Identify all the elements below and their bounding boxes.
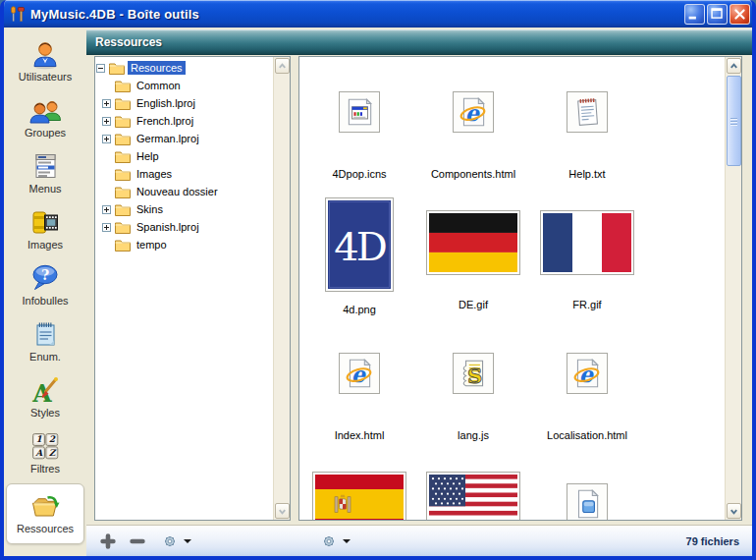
file-item-lang-js[interactable]: Slang.js [416,328,530,459]
tree-item-label: English.lproj [134,96,198,110]
sidebar-item-infobulles[interactable]: ?Infobulles [6,259,84,315]
file-item-help-txt[interactable]: Help.txt [530,67,644,197]
scrollbar-thumb[interactable] [727,76,741,166]
tree-item-label: German.lproj [134,132,202,145]
html-icon: e [567,353,608,394]
expand-icon[interactable] [102,117,115,126]
expand-icon[interactable] [102,205,115,214]
tree-item-tempo[interactable]: tempo [95,236,272,253]
file-count-label: 79 fichiers [686,535,739,547]
flagde-icon [426,210,520,275]
collapse-icon[interactable] [96,64,109,73]
tree-item-resources[interactable]: Resources [95,59,272,77]
scroll-up-button[interactable] [727,58,741,74]
tree-scrollbar[interactable] [273,57,290,520]
chevron-down-icon [277,506,288,517]
file-item-4dpop-icns[interactable]: 4Dpop.icns [302,67,416,197]
tree-item-english-lproj[interactable]: English.lproj [95,94,272,112]
sidebar-item-label: Ressources [17,523,74,534]
svg-text:e: e [465,100,481,126]
sidebar-item-enum[interactable]: Enum. [6,315,84,371]
file-item-fr-gif[interactable]: FR.gif [530,197,644,328]
file-item-localisation-html[interactable]: eLocalisation.html [530,328,644,459]
tree-item-label: Skins [134,202,166,216]
tree-item-french-lproj[interactable]: French.lproj [95,112,272,130]
tree-item-help[interactable]: Help [95,147,272,165]
file-item-components-html[interactable]: eComponents.html [416,67,530,197]
sidebar-item-label: Menus [28,183,61,195]
sidebar-item-menus[interactable]: Menus [6,147,84,203]
close-button[interactable] [729,4,750,25]
svg-text:2: 2 [49,434,56,444]
expand-icon[interactable] [102,99,115,108]
minimize-button[interactable] [684,4,705,25]
svg-text:4D: 4D [334,224,386,268]
expand-icon[interactable] [102,223,115,232]
file-name-label: lang.js [458,429,489,445]
tree-item-label: Images [134,167,175,181]
file-item[interactable] [530,459,644,520]
tree-item-images[interactable]: Images [95,165,272,183]
file-item-de-gif[interactable]: DE.gif [416,197,530,328]
file-thumbnail [302,459,416,520]
folder-icon [115,115,131,128]
file-item-4d-png[interactable]: 4D4d.png [302,197,416,328]
tree-item-skins[interactable]: Skins [95,200,272,218]
titlebar: MyMusic.4DB - Boîte outils [0,0,756,28]
groups-icon [29,94,61,126]
scroll-down-button[interactable] [727,503,741,519]
remove-button[interactable] [130,533,145,549]
file-thumbnail [416,459,530,520]
svg-text:1: 1 [36,434,42,444]
file-thumbnail [530,459,644,520]
html-icon: e [339,353,380,394]
files-actions-button[interactable] [321,533,337,549]
tree-item-nouveau-dossier[interactable]: Nouveau dossier [95,183,272,200]
file-item-index-html[interactable]: eIndex.html [302,328,416,459]
dropdown-arrow-icon[interactable] [343,539,351,543]
tree-item-common[interactable]: Common [95,77,272,94]
minimize-icon [685,5,704,24]
flagfr-icon [540,210,634,275]
file-item[interactable] [416,459,530,520]
add-button[interactable] [100,533,116,549]
file-name-label: FR.gif [572,299,601,314]
enum-icon [29,318,61,350]
sidebar-item-images[interactable]: Images [6,203,84,259]
maximize-button[interactable] [707,4,728,25]
tree-item-german-lproj[interactable]: German.lproj [95,130,272,147]
folder-icon [115,133,131,145]
sidebar-item-label: Styles [30,407,60,419]
images-icon [29,206,61,238]
files-panel: 4Dpop.icnseComponents.htmlHelp.txt4D4d.p… [298,56,742,521]
window-title: MyMusic.4DB - Boîte outils [30,7,684,22]
sidebar-item-utilisateurs[interactable]: Utilisateurs [6,35,84,91]
file-thumbnail: e [416,67,530,168]
sidebar-item-filtres[interactable]: 12AZFiltres [6,427,84,483]
dropdown-arrow-icon[interactable] [184,539,191,543]
resources-icon [29,490,61,522]
svg-text:A: A [34,448,43,458]
sidebar-item-groupes[interactable]: Groupes [6,91,84,147]
maximize-icon [708,5,727,24]
sidebar: UtilisateursGroupesMenusImages?Infobulle… [4,28,86,556]
filters-icon: 12AZ [29,430,61,462]
folder-icon [115,186,131,198]
scroll-up-button[interactable] [275,58,290,74]
section-header: Ressources [86,29,752,55]
tree-item-label: Resources [128,61,186,75]
tree-item-label: French.lproj [134,114,196,128]
sidebar-item-styles[interactable]: AStyles [6,371,84,427]
svg-text:A: A [31,379,52,406]
file-thumbnail [416,197,530,299]
sidebar-item-ressources[interactable]: Ressources [6,483,84,544]
expand-icon[interactable] [102,135,115,143]
file-item[interactable] [302,459,416,520]
tree: ResourcesCommonEnglish.lprojFrench.lproj… [95,58,272,520]
files-scrollbar[interactable] [725,57,741,520]
scroll-down-button[interactable] [275,503,290,519]
infobulle-icon: ? [29,262,61,294]
bottom-toolbar: 79 fichiers [86,525,752,556]
tree-item-spanish-lproj[interactable]: Spanish.lproj [95,218,272,236]
tree-actions-button[interactable] [162,533,178,549]
